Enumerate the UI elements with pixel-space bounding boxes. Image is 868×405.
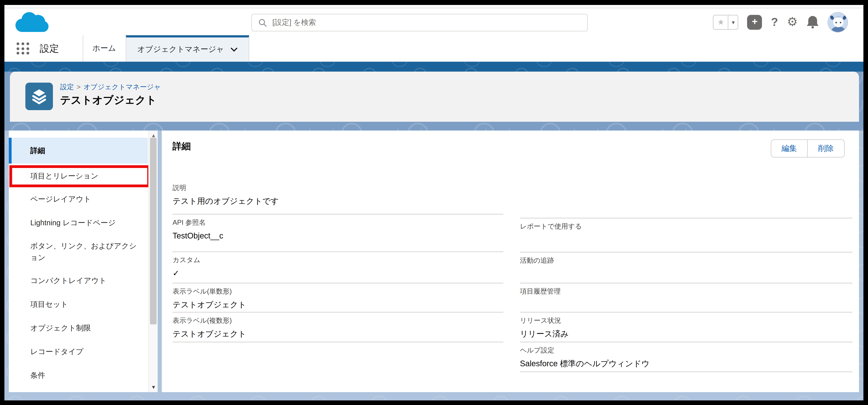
field-label: レポートで使用する xyxy=(520,222,852,231)
window-top-strip xyxy=(4,5,863,8)
field-spacer-row xyxy=(520,180,852,218)
details-heading: 詳細 xyxy=(173,140,191,153)
scrollbar-thumb[interactable] xyxy=(150,138,157,325)
field-label: 説明 xyxy=(173,183,503,193)
page-title: テストオブジェクト xyxy=(60,93,157,107)
sidebar-nav-list: 詳細 項目とリレーション ページレイアウト Lightning レコードページ … xyxy=(9,138,148,387)
field-api-name: API 参照名 TestObject__c xyxy=(173,215,503,252)
annotation-highlight: 項目とリレーション xyxy=(9,165,150,187)
object-entity-icon xyxy=(25,82,53,110)
sidebar-item-field-sets[interactable]: 項目セット xyxy=(9,293,148,316)
detail-fields-right-column: レポートで使用する 活動の追跡 項目履歴管理 リリース状況 リリース済み ヘルプ… xyxy=(520,180,852,372)
field-label: 表示ラベル(単数形) xyxy=(173,287,503,296)
sidebar-item-object-limits[interactable]: オブジェクト制限 xyxy=(9,316,148,340)
field-label: ヘルプ設定 xyxy=(520,346,852,355)
salesforce-logo[interactable] xyxy=(12,10,51,35)
tab-object-manager[interactable]: オブジェクトマネージャ xyxy=(126,35,249,62)
breadcrumb: 設定>オブジェクトマネージャ xyxy=(60,82,161,92)
field-description: 説明 テスト用のオブジェクトです xyxy=(173,180,503,215)
details-panel: 詳細 編集 削除 説明 テスト用のオブジェクトです API 参照名 TestOb… xyxy=(161,131,859,392)
notifications-bell-icon[interactable] xyxy=(807,15,819,29)
checkmark-icon: ✓ xyxy=(173,268,503,279)
field-label: リリース状況 xyxy=(520,316,852,326)
field-track-field-history: 項目履歴管理 xyxy=(520,284,852,313)
chevron-down-icon xyxy=(230,47,238,52)
field-value: TestObject__c xyxy=(173,230,503,241)
user-avatar[interactable] xyxy=(828,12,848,32)
tab-home[interactable]: ホーム xyxy=(83,35,126,62)
salesforce-setup-window: [設定] を検索 ★ ▾ + ? ⚙ xyxy=(0,0,868,405)
quick-create-icon[interactable]: + xyxy=(747,15,762,30)
sidebar-item-conditions[interactable]: 条件 xyxy=(9,364,148,387)
detail-action-buttons: 編集 削除 xyxy=(771,139,845,158)
sidebar-item-page-layouts[interactable]: ページレイアウト xyxy=(9,187,148,211)
sidebar-item-record-types[interactable]: レコードタイプ xyxy=(9,340,148,364)
favorites-dropdown-icon[interactable]: ▾ xyxy=(728,15,738,29)
page-header-card: 設定>オブジェクトマネージャ テストオブジェクト xyxy=(10,72,859,122)
field-label: 活動の追跡 xyxy=(520,256,852,266)
favorite-star-icon[interactable]: ★ xyxy=(714,15,728,29)
field-value: Salesforce 標準のヘルプウィンドウ xyxy=(520,358,852,369)
field-label: 項目履歴管理 xyxy=(520,287,852,296)
sidebar-item-compact-layouts[interactable]: コンパクトレイアウト xyxy=(9,269,148,293)
sidebar-item-lightning-record-pages[interactable]: Lightning レコードページ xyxy=(9,211,148,235)
field-label: カスタム xyxy=(173,256,503,265)
tab-object-manager-label: オブジェクトマネージャ xyxy=(137,45,224,55)
favorites-control: ★ ▾ xyxy=(713,15,738,30)
detail-fields-left-column: 説明 テスト用のオブジェクトです API 参照名 TestObject__c カ… xyxy=(173,180,503,343)
scroll-up-icon[interactable]: ▲ xyxy=(149,133,158,138)
field-singular-label: 表示ラベル(単数形) テストオブジェクト xyxy=(173,284,503,313)
setup-search-input[interactable]: [設定] を検索 xyxy=(251,14,588,31)
field-track-activities: 活動の追跡 xyxy=(520,253,852,284)
sidebar-item-buttons-links-actions[interactable]: ボタン、リンク、およびアクション xyxy=(9,235,148,269)
header-actions: ★ ▾ + ? ⚙ xyxy=(713,9,848,35)
global-header: [設定] を検索 ★ ▾ + ? ⚙ xyxy=(4,9,863,35)
sidebar-item-fields-and-relationships[interactable]: 項目とリレーション xyxy=(12,168,104,184)
edit-button[interactable]: 編集 xyxy=(771,139,808,158)
app-name-label: 設定 xyxy=(40,42,59,55)
field-value: テストオブジェクト xyxy=(173,299,503,310)
field-value: リリース済み xyxy=(520,328,852,339)
field-custom: カスタム ✓ xyxy=(173,252,503,284)
field-value: テストオブジェクト xyxy=(173,328,503,339)
field-help-settings: ヘルプ設定 Salesforce 標準のヘルプウィンドウ xyxy=(520,343,852,372)
breadcrumb-object-manager-link[interactable]: オブジェクトマネージャ xyxy=(84,83,161,91)
field-deployment-status: リリース状況 リリース済み xyxy=(520,313,852,343)
setup-gear-icon[interactable]: ⚙ xyxy=(787,16,798,28)
breadcrumb-setup-link[interactable]: 設定 xyxy=(60,83,74,91)
sidebar-item-details[interactable]: 詳細 xyxy=(9,138,148,164)
help-icon[interactable]: ? xyxy=(771,15,778,29)
field-plural-label: 表示ラベル(複数形) テストオブジェクト xyxy=(173,313,503,343)
field-value: テスト用のオブジェクトです xyxy=(173,196,503,206)
search-placeholder: [設定] を検索 xyxy=(272,18,316,28)
breadcrumb-separator: > xyxy=(74,83,84,91)
app-launcher-waffle-icon[interactable] xyxy=(17,42,30,55)
decorative-band-dark xyxy=(4,62,863,72)
field-allow-reports: レポートで使用する xyxy=(520,218,852,253)
setup-tab-bar: 設定 ホーム オブジェクトマネージャ xyxy=(4,35,863,62)
cloud-icon xyxy=(12,10,51,35)
delete-button[interactable]: 削除 xyxy=(808,139,845,158)
object-manager-sidebar: 詳細 項目とリレーション ページレイアウト Lightning レコードページ … xyxy=(9,131,158,392)
search-icon xyxy=(258,19,267,27)
field-label: API 参照名 xyxy=(173,218,503,228)
layers-icon xyxy=(31,88,48,105)
scroll-down-icon[interactable]: ▼ xyxy=(149,384,158,390)
sidebar-scrollbar[interactable]: ▲ ▼ xyxy=(148,131,158,392)
field-label: 表示ラベル(複数形) xyxy=(173,316,503,326)
